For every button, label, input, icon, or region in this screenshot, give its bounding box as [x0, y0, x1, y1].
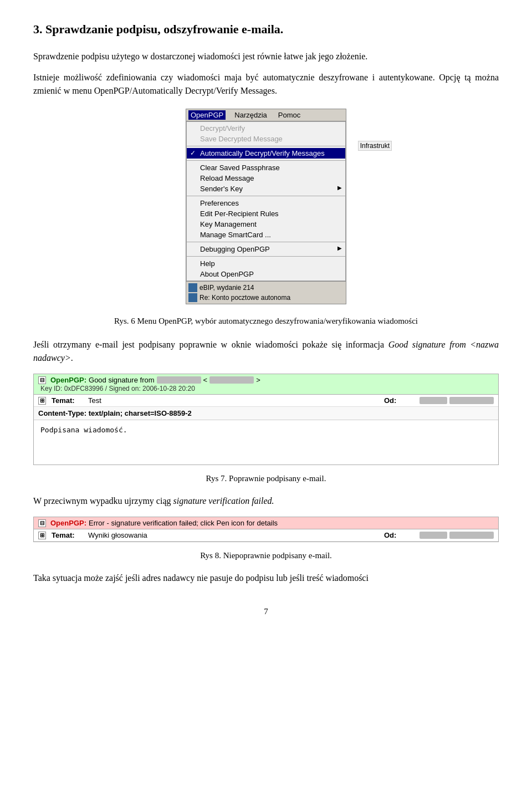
menu-footer: eBIP, wydanie 214 Re: Konto pocztowe aut… [186, 281, 346, 304]
ebip-label: eBIP, wydanie 214 [200, 284, 254, 292]
email-good-preview: ⊟ OpenPGP: Good signature from < > Key I… [33, 374, 499, 465]
section-title: 3. Sprawdzanie podpisu, odszyfrowanie e-… [33, 22, 499, 37]
email-temat-row: ⊞ Temat: Test Od: [34, 395, 498, 407]
menu-item-senders-key[interactable]: Sender's Key [187, 183, 345, 194]
error-temat-collapse-icon[interactable]: ⊞ [38, 532, 46, 539]
blurred-od-email [449, 397, 494, 404]
menu-item-debugging[interactable]: Debugging OpenPGP [187, 244, 345, 254]
temat-label: Temat: [52, 396, 85, 405]
error-temat-label: Temat: [52, 531, 85, 539]
paragraph-3: Jeśli otrzymany e-mail jest podpisany po… [33, 338, 499, 365]
paragraph-5: Taka sytuacja może zajść jeśli adres nad… [33, 572, 499, 585]
od-section: Od: [384, 396, 494, 405]
openpgp-good-bar: ⊟ OpenPGP: Good signature from < > Key I… [34, 374, 498, 395]
openpgp-label-good: OpenPGP: [50, 376, 86, 384]
infrastruk-text: Infrastrukt [358, 141, 392, 151]
menu-separator-2 [187, 160, 345, 161]
menu-item-about[interactable]: About OpenPGP [187, 269, 345, 279]
p4-italic: signature verification failed. [173, 496, 274, 506]
openpgp-error-bar: ⊟ OpenPGP: Error - signature verificatio… [34, 517, 498, 529]
blurred-error-od-name [420, 532, 447, 539]
content-type-text: Content-Type: text/plain; charset=ISO-88… [38, 409, 192, 417]
blurred-sender-name [157, 376, 201, 384]
od-label: Od: [384, 396, 417, 405]
caption-rys6: Rys. 6 Menu OpenPGP, wybór automatyczneg… [33, 315, 499, 327]
temat-collapse-icon[interactable]: ⊞ [38, 397, 46, 405]
openpgp-keyid: Key ID: 0xDFC83996 / Signed on: 2006-10-… [38, 385, 494, 392]
error-od-section: Od: [384, 531, 494, 539]
body-text: Podpisana wiadomość. [40, 426, 127, 434]
menu-item-edit-per-recipient[interactable]: Edit Per-Recipient Rules [187, 208, 345, 219]
openpgp-label-error: OpenPGP: [50, 519, 86, 527]
menu-item-decrypt-verify[interactable]: Decrypt/Verify [187, 123, 345, 134]
error-collapse-icon[interactable]: ⊟ [38, 519, 46, 527]
menu-item-save-decrypted[interactable]: Save Decrypted Message [187, 134, 345, 144]
openpgp-error-row: ⊟ OpenPGP: Error - signature verificatio… [38, 519, 494, 527]
blurred-error-od-email [449, 532, 494, 539]
paragraph-2: Istnieje możliwość zdefiniowania czy wia… [33, 71, 499, 98]
menu-item-help[interactable]: Help [187, 258, 345, 269]
menu-bar-item-narzedzia[interactable]: Narzędzia [232, 110, 269, 120]
blurred-od-name [420, 397, 447, 404]
menu-screenshot: OpenPGP Narzędzia Pomoc Decrypt/Verify S… [33, 109, 499, 304]
error-od-label: Od: [384, 531, 417, 539]
konto-icon [188, 293, 197, 302]
konto-label: Re: Konto pocztowe autonoma [200, 294, 290, 302]
menu-item-preferences[interactable]: Preferences [187, 198, 345, 208]
menu-footer-item-2: Re: Konto pocztowe autonoma [188, 293, 344, 303]
email-error-temat-row: ⊞ Temat: Wyniki głosowania Od: [34, 529, 498, 542]
openpgp-good-text: Good signature from [89, 376, 155, 384]
menu-item-auto-decrypt[interactable]: Automatically Decrypt/Verify Messages [187, 148, 345, 159]
caption-rys7: Rys 7. Poprawnie podpisany e-mail. [33, 474, 499, 483]
temat-value: Test [88, 396, 101, 405]
menu-separator-3 [187, 196, 345, 196]
email-body-header: Content-Type: text/plain; charset=ISO-88… [34, 407, 498, 420]
menu-item-key-management[interactable]: Key Management [187, 219, 345, 229]
menu-box: OpenPGP Narzędzia Pomoc Decrypt/Verify S… [186, 109, 346, 304]
ebip-icon [188, 283, 197, 292]
blurred-sender-email [209, 376, 254, 384]
menu-item-reload[interactable]: Reload Message [187, 173, 345, 183]
menu-bar: OpenPGP Narzędzia Pomoc [186, 109, 346, 121]
error-temat-value: Wyniki głosowania [88, 531, 147, 539]
menu-footer-item-1: eBIP, wydanie 214 [188, 283, 344, 293]
p4-text: W przeciwnym wypadku ujrzymy ciąg [33, 496, 173, 506]
menu-item-manage-smartcard[interactable]: Manage SmartCard ... [187, 229, 345, 240]
menu-item-clear-passphrase[interactable]: Clear Saved Passphrase [187, 162, 345, 173]
email-body-content: Podpisana wiadomość. [34, 420, 498, 465]
p3-text: Jeśli otrzymany e-mail jest podpisany po… [33, 340, 388, 349]
openpgp-error-text: Error - signature verification failed; c… [89, 519, 278, 527]
openpgp-good-row: ⊟ OpenPGP: Good signature from < > [38, 376, 494, 384]
paragraph-4: W przeciwnym wypadku ujrzymy ciąg signat… [33, 494, 499, 508]
menu-bar-item-openpgp[interactable]: OpenPGP [188, 110, 226, 120]
email-error-preview: ⊟ OpenPGP: Error - signature verificatio… [33, 517, 499, 542]
menu-bar-item-pomoc[interactable]: Pomoc [276, 110, 303, 120]
p3-end: . [71, 353, 73, 363]
caption-rys8: Rys 8. Niepoprawnie podpisany e-mail. [33, 551, 499, 560]
menu-dropdown: Decrypt/Verify Save Decrypted Message Au… [186, 121, 346, 281]
angle-open: < [203, 376, 208, 384]
angle-close: > [256, 376, 260, 384]
collapse-icon[interactable]: ⊟ [38, 376, 46, 384]
menu-separator-5 [187, 256, 345, 257]
menu-separator-1 [187, 146, 345, 146]
menu-separator-4 [187, 242, 345, 242]
paragraph-1: Sprawdzenie podpisu użytego w dostarczon… [33, 50, 499, 63]
page-number: 7 [33, 607, 499, 616]
